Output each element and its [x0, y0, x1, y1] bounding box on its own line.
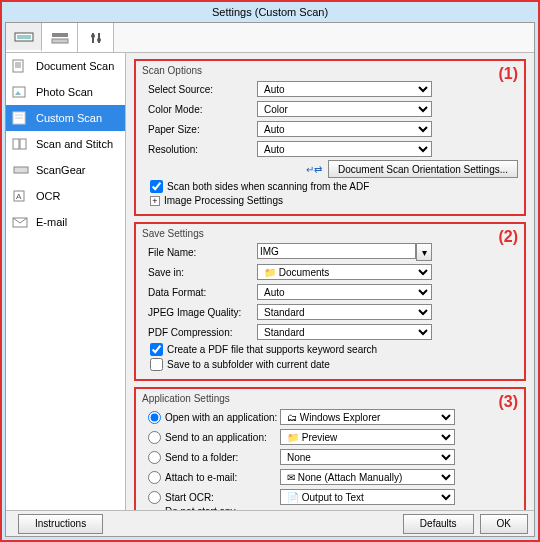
platen-icon: [50, 31, 70, 45]
tools-icon: [89, 31, 103, 45]
custom-scan-icon: [12, 111, 30, 125]
jpeg-quality-label: JPEG Image Quality:: [142, 307, 257, 318]
window-title: Settings (Custom Scan): [2, 2, 538, 22]
instructions-button[interactable]: Instructions: [18, 514, 103, 534]
tab-source-scanner[interactable]: [6, 23, 42, 52]
svg-rect-3: [52, 39, 68, 43]
jpeg-quality-select[interactable]: Standard: [257, 304, 432, 320]
ocr-radio[interactable]: [148, 491, 161, 504]
stitch-icon: [12, 137, 30, 151]
resolution-label: Resolution:: [142, 144, 257, 155]
sidebar-item-label: OCR: [36, 190, 60, 202]
sidebar-item-document-scan[interactable]: Document Scan: [6, 53, 125, 79]
ocr-label: Start OCR:: [165, 492, 214, 503]
top-tabs: [6, 23, 534, 53]
sidebar-item-custom-scan[interactable]: Custom Scan: [6, 105, 125, 131]
subfolder-label: Save to a subfolder with current date: [167, 359, 330, 370]
sidebar-item-label: Scan and Stitch: [36, 138, 113, 150]
data-format-select[interactable]: Auto: [257, 284, 432, 300]
group-title: Scan Options: [142, 65, 518, 76]
svg-point-7: [97, 38, 101, 42]
file-name-dropdown[interactable]: ▾: [416, 243, 432, 261]
both-sides-label: Scan both sides when scanning from the A…: [167, 181, 369, 192]
orientation-settings-button[interactable]: Document Scan Orientation Settings...: [328, 160, 518, 178]
save-in-label: Save in:: [142, 267, 257, 278]
save-in-select[interactable]: 📁 Documents: [257, 264, 432, 280]
ocr-select[interactable]: 📄 Output to Text: [280, 489, 455, 505]
ok-button[interactable]: OK: [480, 514, 528, 534]
document-scan-icon: [12, 59, 30, 73]
paper-size-label: Paper Size:: [142, 124, 257, 135]
group-title: Application Settings: [142, 393, 518, 404]
footer: Instructions Defaults OK: [6, 510, 534, 536]
group-title: Save Settings: [142, 228, 518, 239]
file-name-input[interactable]: [257, 243, 416, 259]
svg-rect-17: [13, 139, 19, 149]
photo-scan-icon: [12, 85, 30, 99]
select-source-label: Select Source:: [142, 84, 257, 95]
image-processing-label: Image Processing Settings: [164, 195, 283, 206]
keyword-pdf-checkbox[interactable]: [150, 343, 163, 356]
color-mode-label: Color Mode:: [142, 104, 257, 115]
color-mode-select[interactable]: Color: [257, 101, 432, 117]
pdf-compression-label: PDF Compression:: [142, 327, 257, 338]
email-icon: [12, 215, 30, 229]
scanner-icon: [14, 30, 34, 44]
paper-size-select[interactable]: Auto: [257, 121, 432, 137]
open-app-label: Open with an application:: [165, 412, 277, 423]
sidebar-item-label: Document Scan: [36, 60, 114, 72]
svg-rect-19: [14, 167, 28, 173]
tab-source-platen[interactable]: [42, 23, 78, 52]
svg-point-6: [91, 34, 95, 38]
group-save-settings: Save Settings (2) File Name:▾ Save in:📁 …: [134, 222, 526, 381]
svg-text:A: A: [16, 192, 22, 201]
group-app-settings: Application Settings (3) Open with an ap…: [134, 387, 526, 510]
attach-select[interactable]: ✉ None (Attach Manually): [280, 469, 455, 485]
send-app-radio[interactable]: [148, 431, 161, 444]
sidebar: Document Scan Photo Scan Custom Scan Sca…: [6, 53, 126, 510]
send-folder-radio[interactable]: [148, 451, 161, 464]
send-app-select[interactable]: 📁 Preview: [280, 429, 455, 445]
sidebar-item-email[interactable]: E-mail: [6, 209, 125, 235]
group-scan-options: Scan Options (1) Select Source:Auto Colo…: [134, 59, 526, 216]
callout-3: (3): [498, 393, 518, 411]
select-source-select[interactable]: Auto: [257, 81, 432, 97]
open-app-select[interactable]: 🗂 Windows Explorer: [280, 409, 455, 425]
attach-radio[interactable]: [148, 471, 161, 484]
sidebar-item-ocr[interactable]: AOCR: [6, 183, 125, 209]
pdf-compression-select[interactable]: Standard: [257, 324, 432, 340]
scangear-icon: [12, 163, 30, 177]
sidebar-item-scan-stitch[interactable]: Scan and Stitch: [6, 131, 125, 157]
rotate-arrows-icon: ↵⇄: [306, 164, 322, 175]
sidebar-item-label: Photo Scan: [36, 86, 93, 98]
attach-label: Attach to e-mail:: [165, 472, 237, 483]
sidebar-item-scangear[interactable]: ScanGear: [6, 157, 125, 183]
callout-1: (1): [498, 65, 518, 83]
resolution-select[interactable]: Auto: [257, 141, 432, 157]
subfolder-checkbox[interactable]: [150, 358, 163, 371]
svg-rect-8: [13, 60, 23, 72]
image-processing-expand[interactable]: +: [150, 196, 160, 206]
keyword-pdf-label: Create a PDF file that supports keyword …: [167, 344, 377, 355]
svg-rect-2: [52, 33, 68, 37]
ocr-icon: A: [12, 189, 30, 203]
send-app-label: Send to an application:: [165, 432, 267, 443]
both-sides-checkbox[interactable]: [150, 180, 163, 193]
data-format-label: Data Format:: [142, 287, 257, 298]
callout-2: (2): [498, 228, 518, 246]
svg-rect-18: [20, 139, 26, 149]
sidebar-item-label: E-mail: [36, 216, 67, 228]
file-name-label: File Name:: [142, 247, 257, 258]
defaults-button[interactable]: Defaults: [403, 514, 474, 534]
sidebar-item-label: ScanGear: [36, 164, 86, 176]
sidebar-item-photo-scan[interactable]: Photo Scan: [6, 79, 125, 105]
svg-rect-12: [13, 87, 25, 97]
send-folder-select[interactable]: None: [280, 449, 455, 465]
send-folder-label: Send to a folder:: [165, 452, 238, 463]
open-app-radio[interactable]: [148, 411, 161, 424]
sidebar-item-label: Custom Scan: [36, 112, 102, 124]
none-label: Do not start any application: [165, 506, 280, 510]
svg-rect-1: [17, 35, 31, 39]
tab-source-tools[interactable]: [78, 23, 114, 52]
